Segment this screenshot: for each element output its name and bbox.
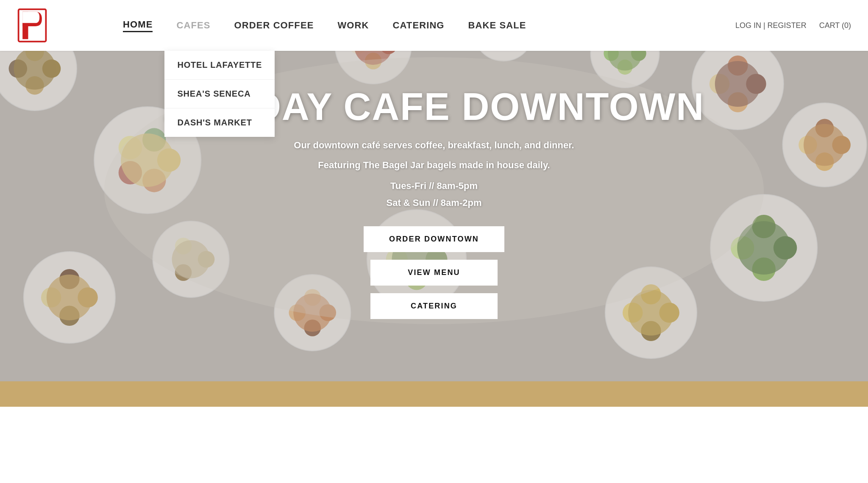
hero-content: ALL-DAY CAFE DOWNTOWN Our downtown café … <box>0 0 868 381</box>
nav-item-order-coffee[interactable]: ORDER COFFEE <box>222 0 326 51</box>
nav-item-bake-sale[interactable]: BAKE SALE <box>456 0 538 51</box>
hero-subtitle-2: Featuring The Bagel Jar bagels made in h… <box>318 158 550 172</box>
nav-item-work[interactable]: WORK <box>326 0 381 51</box>
catering-button[interactable]: CATERING <box>370 293 498 319</box>
bottom-bar <box>0 381 868 407</box>
hero-section: ALL-DAY CAFE DOWNTOWN Our downtown café … <box>0 0 868 381</box>
hero-hours-line2: Sat & Sun // 8am-2pm <box>387 194 482 211</box>
nav-item-catering[interactable]: CATERING <box>381 0 456 51</box>
dropdown-item-hotel-lafayette[interactable]: HOTEL LAFAYETTE <box>164 51 275 80</box>
nav-item-cafes[interactable]: CAFES HOTEL LAFAYETTE SHEA'S SENECA DASH… <box>164 0 222 51</box>
logo[interactable]: P <box>17 8 47 43</box>
dropdown-item-sheas-seneca[interactable]: SHEA'S SENECA <box>164 80 275 108</box>
navbar: P HOME CAFES HOTEL LAFAYETTE SHEA'S SENE… <box>0 0 868 51</box>
nav-right: LOG IN | REGISTER CART (0) <box>735 21 851 30</box>
nav-item-home[interactable]: HOME <box>111 0 164 51</box>
hero-buttons: ORDER DOWNTOWN VIEW MENU CATERING <box>364 226 504 319</box>
hero-hours: Tues-Fri // 8am-5pm Sat & Sun // 8am-2pm <box>387 178 482 211</box>
nav-links: HOME CAFES HOTEL LAFAYETTE SHEA'S SENECA… <box>111 0 735 51</box>
login-register-link[interactable]: LOG IN | REGISTER <box>735 21 807 30</box>
cart-link[interactable]: CART (0) <box>819 21 851 30</box>
view-menu-button[interactable]: VIEW MENU <box>370 260 498 286</box>
hero-subtitle-1: Our downtown café serves coffee, breakfa… <box>294 138 574 153</box>
hero-hours-line1: Tues-Fri // 8am-5pm <box>387 178 482 194</box>
dropdown-item-dashs-market[interactable]: DASH'S MARKET <box>164 108 275 137</box>
order-downtown-button[interactable]: ORDER DOWNTOWN <box>364 226 504 252</box>
cafes-dropdown: HOTEL LAFAYETTE SHEA'S SENECA DASH'S MAR… <box>164 51 275 137</box>
